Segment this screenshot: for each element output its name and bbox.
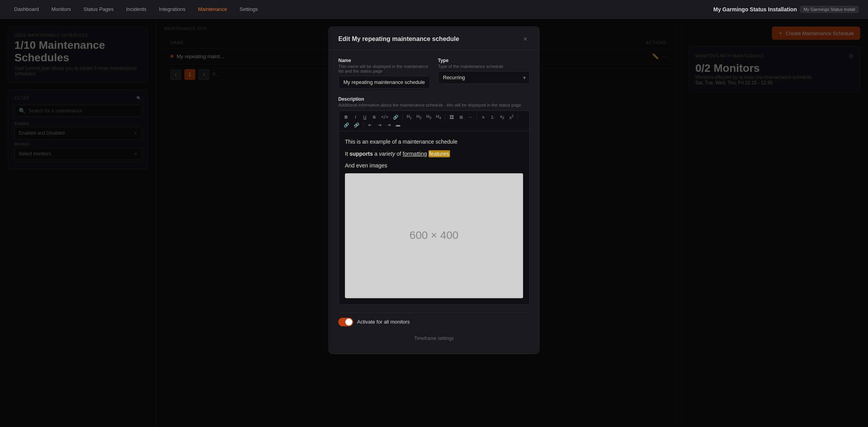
toolbar-underline-btn[interactable]: U <box>361 114 369 121</box>
toolbar-image-btn[interactable]: 🖼 <box>447 114 456 121</box>
type-select[interactable]: Recurring One-time <box>438 71 530 84</box>
name-label: Name <box>338 58 430 63</box>
toggle-label: Activate for all monitors <box>357 319 410 325</box>
editor-image-placeholder: 600 × 400 <box>345 173 523 298</box>
modal-title: Edit My repeating maintenance schedule <box>338 36 459 43</box>
install-title: My Garmingo Status Installation <box>713 6 797 12</box>
toolbar-align-justify-btn[interactable]: ▬ <box>394 122 402 128</box>
toolbar-list-ul-btn[interactable]: ≡ <box>479 114 488 121</box>
type-select-wrapper: Recurring One-time <box>438 71 530 84</box>
toolbar-strike-btn[interactable]: S <box>370 114 379 121</box>
name-input[interactable] <box>338 76 430 89</box>
type-label: Type <box>438 58 530 63</box>
nav-integrations[interactable]: Integrations <box>154 4 190 14</box>
nav-status-pages[interactable]: Status Pages <box>79 4 118 14</box>
toolbar-code-btn[interactable]: </> <box>379 114 390 120</box>
toolbar-link-btn[interactable]: 🔗 <box>391 114 400 121</box>
toolbar-subscript-btn[interactable]: x2 <box>498 113 506 121</box>
toolbar-italic-btn[interactable]: I <box>351 114 360 121</box>
toggle-row: Activate for all monitors <box>338 313 530 331</box>
toolbar-dots-btn[interactable]: ··· <box>466 114 475 121</box>
top-navigation: Dashboard Monitors Status Pages Incident… <box>0 0 868 19</box>
timeframe-section: Timeframe settings <box>338 331 530 346</box>
toolbar-h3-btn[interactable]: H3 <box>424 113 433 121</box>
nav-incidents[interactable]: Incidents <box>121 4 151 14</box>
toolbar-sep-4 <box>518 114 518 120</box>
nav-settings[interactable]: Settings <box>235 4 263 14</box>
modal-body: Name This name will be displayed in the … <box>329 50 539 354</box>
type-sublabel: Type of the maintenance schedule <box>438 64 530 69</box>
nav-monitors[interactable]: Monitors <box>47 4 76 14</box>
toolbar-align-left-btn[interactable]: ⇤ <box>366 122 374 128</box>
toolbar-align-center-btn[interactable]: ⇥ <box>375 122 384 128</box>
modal-close-btn[interactable]: × <box>521 35 530 43</box>
edit-modal: Edit My repeating maintenance schedule ×… <box>329 27 539 354</box>
toolbar-link2-btn[interactable]: 🔗 <box>342 122 351 128</box>
toolbar-sep-2 <box>445 114 445 120</box>
editor-content[interactable]: This is an example of a maintenance sche… <box>339 131 529 304</box>
toolbar-unlink-btn[interactable]: 🔗 <box>352 122 361 128</box>
activate-toggle[interactable] <box>338 318 353 326</box>
main-layout: USED MAINTENANCE SCHEDULES 1/10 Maintena… <box>0 19 868 427</box>
toolbar-sep-1 <box>402 114 403 120</box>
toolbar-h1-btn[interactable]: H1 <box>405 113 414 121</box>
editor-line-2: It supports a variety of formatting feat… <box>345 149 523 158</box>
nav-maintenance[interactable]: Maintenance <box>193 4 232 14</box>
name-type-row: Name This name will be displayed in the … <box>338 58 530 89</box>
editor-toolbar: B I U S </> 🔗 H1 H2 H3 H4 🖼 <box>339 111 529 131</box>
toolbar-table-btn[interactable]: ⊞ <box>457 114 465 121</box>
install-section: My Garmingo Status Installation My Garmi… <box>713 6 859 13</box>
toolbar-sep-3 <box>477 114 477 120</box>
editor-line-3: And even images <box>345 161 523 170</box>
toolbar-sep-5 <box>363 122 364 128</box>
name-sublabel: This name will be displayed in the maint… <box>338 64 430 73</box>
description-section: Description Additional information about… <box>338 96 530 305</box>
desc-label: Description <box>338 96 530 102</box>
name-field: Name This name will be displayed in the … <box>338 58 430 89</box>
toolbar-bold-btn[interactable]: B <box>342 114 350 121</box>
toolbar-list-ol-btn[interactable]: 1. <box>488 114 497 121</box>
toolbar-superscript-btn[interactable]: x2 <box>507 113 516 121</box>
modal-header: Edit My repeating maintenance schedule × <box>329 27 539 50</box>
type-field: Type Type of the maintenance schedule Re… <box>438 58 530 89</box>
toolbar-align-right-btn[interactable]: ⇥ <box>384 122 393 128</box>
desc-sublabel: Additional information about the mainten… <box>338 103 530 107</box>
timeframe-label: Timeframe settings <box>414 336 454 341</box>
install-badge: My Garmingo Status Install <box>800 6 859 13</box>
toolbar-h4-btn[interactable]: H4 <box>434 113 443 121</box>
nav-dashboard[interactable]: Dashboard <box>9 4 44 14</box>
modal-overlay: Edit My repeating maintenance schedule ×… <box>0 19 868 427</box>
toolbar-h2-btn[interactable]: H2 <box>414 113 423 121</box>
editor-line-1: This is an example of a maintenance sche… <box>345 137 523 146</box>
editor-container: B I U S </> 🔗 H1 H2 H3 H4 🖼 <box>338 110 530 305</box>
